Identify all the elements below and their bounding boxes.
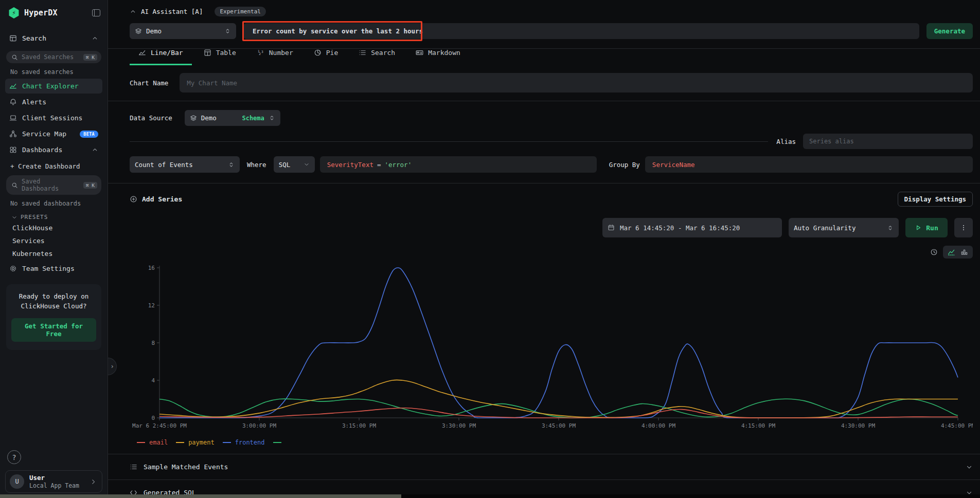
sidebar-item-label: Chart Explorer xyxy=(22,82,79,90)
add-series-button[interactable]: Add Series xyxy=(130,195,182,203)
more-options-button[interactable] xyxy=(954,218,973,237)
sidebar-nav: Chart ExplorerAlertsClient SessionsServi… xyxy=(5,78,102,157)
svg-text:3:15:00 PM: 3:15:00 PM xyxy=(342,422,377,429)
logo-row: ⚡ HyperDX xyxy=(5,6,102,19)
select-chevrons-icon xyxy=(224,28,231,34)
ai-source-select[interactable]: Demo xyxy=(130,23,236,39)
sidebar-item-dashboards[interactable]: Dashboards xyxy=(5,142,102,157)
tab-markdown[interactable]: Markdown xyxy=(407,49,469,65)
date-range-picker[interactable]: Mar 6 14:45:20 - Mar 6 16:45:20 xyxy=(602,218,782,237)
language-select[interactable]: SQL xyxy=(274,156,315,173)
legend-item-unnamed[interactable] xyxy=(273,442,281,443)
chevron-down-icon xyxy=(304,161,310,168)
data-source-select[interactable]: Demo Schema xyxy=(185,110,280,126)
promo-text: Ready to deploy on ClickHouse Cloud? xyxy=(11,291,96,311)
svg-text:4:30:00 PM: 4:30:00 PM xyxy=(841,422,876,429)
display-settings-button[interactable]: Display Settings xyxy=(898,192,973,207)
tab-label: Table xyxy=(216,49,236,57)
svg-text:0: 0 xyxy=(151,415,155,421)
legend-item-frontend[interactable]: frontend xyxy=(223,439,265,446)
chevron-right-icon xyxy=(90,478,97,485)
tab-table[interactable]: Table xyxy=(195,49,245,65)
table-icon xyxy=(204,49,211,57)
svg-text:8: 8 xyxy=(151,340,155,346)
chart-name-label: Chart Name xyxy=(130,79,168,87)
get-started-button[interactable]: Get Started for Free xyxy=(11,318,96,342)
legend-item-email[interactable]: email xyxy=(137,439,168,446)
panel-sample-matched-events[interactable]: Sample Matched Events xyxy=(108,454,980,479)
ai-query-input[interactable] xyxy=(243,23,919,39)
user-team: Local App Team xyxy=(29,482,85,489)
series-alias-input[interactable] xyxy=(803,134,973,149)
svg-text:3:45:00 PM: 3:45:00 PM xyxy=(542,422,576,429)
tab-label: Number xyxy=(269,49,293,57)
legend-item-payment[interactable]: payment xyxy=(176,439,215,446)
legend-label: frontend xyxy=(235,439,265,446)
preset-item-kubernetes[interactable]: Kubernetes xyxy=(5,247,102,260)
bottom-clipped-content xyxy=(0,494,980,498)
search-icon xyxy=(11,54,18,61)
number-icon: 123 xyxy=(257,49,264,57)
schema-link[interactable]: Schema xyxy=(242,115,264,122)
sidebar-item-chart-explorer[interactable]: Chart Explorer xyxy=(5,79,102,94)
chart-name-input[interactable] xyxy=(180,73,973,93)
sidebar-collapse-icon[interactable] xyxy=(92,9,100,16)
sidebar-item-label: Service Map xyxy=(22,130,66,138)
line-chart-icon[interactable] xyxy=(948,248,955,256)
legend-swatch xyxy=(176,442,184,443)
legend-swatch xyxy=(223,442,231,443)
presets-section-header[interactable]: PRESETS xyxy=(5,209,102,222)
svg-text:2: 2 xyxy=(259,52,261,56)
svg-text:4: 4 xyxy=(151,377,155,384)
preset-item-services[interactable]: Services xyxy=(5,234,102,247)
granularity-select[interactable]: Auto Granularity xyxy=(789,218,899,237)
plus-circle-icon xyxy=(130,195,137,203)
tab-label: Line/Bar xyxy=(151,49,183,57)
tab-search[interactable]: Search xyxy=(350,49,404,65)
generate-button[interactable]: Generate xyxy=(926,23,973,39)
legend-label: email xyxy=(149,439,168,446)
user-menu[interactable]: U User Local App Team xyxy=(5,470,102,493)
chart-type-tabs: Line/BarTable123NumberPieSearchMarkdown xyxy=(108,49,980,65)
chart-style-toggle xyxy=(943,246,973,259)
group-by-input[interactable]: ServiceName xyxy=(645,156,973,173)
sidebar-item-alerts[interactable]: Alerts xyxy=(5,95,102,109)
aggregation-select[interactable]: Count of Events xyxy=(130,156,240,173)
create-dashboard-button[interactable]: + Create Dashboard xyxy=(5,157,102,171)
preset-item-clickhouse[interactable]: ClickHouse xyxy=(5,222,102,234)
service-map-icon xyxy=(9,130,17,138)
saved-searches-input[interactable]: Saved Searches ⌘ K xyxy=(6,51,101,63)
app-window: ⚡ HyperDX Search Saved Searches ⌘ K No s… xyxy=(0,0,980,498)
bar-chart-icon[interactable] xyxy=(960,248,968,256)
no-saved-searches-text: No saved searches xyxy=(5,63,102,78)
markdown-icon xyxy=(416,49,423,57)
beta-badge: BETA xyxy=(80,131,98,138)
divider xyxy=(108,101,980,101)
divider xyxy=(108,183,980,183)
laptop-icon xyxy=(9,114,17,122)
tab-number[interactable]: 123Number xyxy=(248,49,302,65)
chevron-up-icon[interactable] xyxy=(130,8,136,15)
where-expression-input[interactable]: SeverityText = 'error' xyxy=(320,156,597,173)
tab-pie[interactable]: Pie xyxy=(305,49,347,65)
svg-text:3:30:00 PM: 3:30:00 PM xyxy=(442,422,476,429)
app-title: HyperDX xyxy=(24,8,87,17)
tab-line-bar[interactable]: Line/Bar xyxy=(130,49,192,65)
grid-icon xyxy=(9,146,17,154)
sidebar-item-search[interactable]: Search xyxy=(5,30,102,47)
bell-icon xyxy=(9,98,17,106)
line-chart[interactable]: 0481216Mar 6 2:45:00 PM3:00:00 PM3:15:00… xyxy=(130,260,973,433)
sidebar-item-team-settings[interactable]: Team Settings xyxy=(5,261,102,276)
search-icon xyxy=(11,182,18,189)
svg-text:4:00:00 PM: 4:00:00 PM xyxy=(642,422,676,429)
chart-line-icon xyxy=(138,49,146,57)
sidebar-item-client-sessions[interactable]: Client Sessions xyxy=(5,110,102,125)
help-button[interactable]: ? xyxy=(7,450,21,464)
saved-dashboards-input[interactable]: Saved Dashboards ⌘ K xyxy=(6,175,101,195)
alias-label: Alias xyxy=(776,138,796,145)
list-search-icon xyxy=(359,49,366,57)
sidebar-item-service-map[interactable]: Service MapBETA xyxy=(5,126,102,141)
run-button[interactable]: Run xyxy=(905,218,948,237)
clock-icon[interactable] xyxy=(930,248,938,256)
tab-label: Pie xyxy=(326,49,338,57)
